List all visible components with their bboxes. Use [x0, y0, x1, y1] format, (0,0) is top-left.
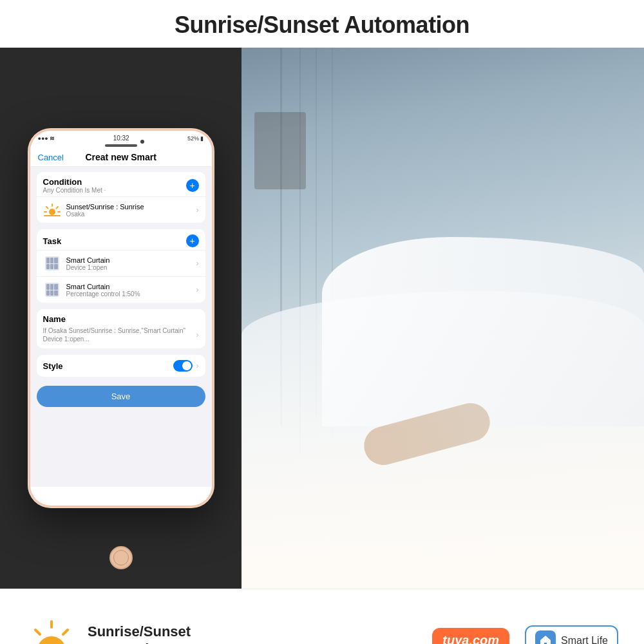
name-label: Name — [43, 314, 199, 324]
home-icon — [539, 634, 552, 645]
style-label: Style — [43, 361, 63, 371]
home-button-inner — [113, 550, 129, 565]
save-button[interactable]: Save — [37, 386, 205, 407]
right-panel — [242, 48, 644, 589]
sunrise-svg-icon — [44, 203, 61, 217]
sunrise-graphic-icon — [26, 618, 77, 645]
signal-icon: ●●● ≋ — [38, 135, 55, 142]
name-value-row[interactable]: If Osaka Sunset/Sunrise : Sunrise,"Smart… — [43, 327, 199, 343]
task-item-1[interactable]: Smart Curtain Device 1:open › — [37, 250, 205, 276]
phone-mockup: ●●● ≋ 10:32 52% ▮ Cancel Creat new Smart — [28, 128, 214, 508]
svg-point-0 — [49, 209, 55, 215]
task-item-1-text: Smart Curtain Device 1:open — [66, 256, 196, 271]
condition-subtitle: Any Condition Is Met · — [43, 187, 106, 194]
phone-screen: ●●● ≋ 10:32 52% ▮ Cancel Creat new Smart — [30, 131, 212, 506]
style-chevron: › — [196, 361, 199, 370]
svg-line-8 — [35, 630, 40, 634]
smart-life-logo: Smart Life — [525, 625, 618, 645]
footer: Sunrise/Sunset Automation tuya.com Smart… — [0, 589, 644, 644]
condition-header: Condition Any Condition Is Met · + — [37, 172, 205, 196]
task-item-2[interactable]: Smart Curtain Percentage control 1:50% › — [37, 276, 205, 303]
curtain-icon-2 — [43, 281, 61, 299]
page-header: Sunrise/Sunset Automation — [0, 0, 644, 48]
smart-life-text: Smart Life — [561, 635, 608, 645]
tuya-logo: tuya.com — [432, 628, 509, 644]
condition-label: Condition — [43, 177, 106, 187]
task-1-chevron: › — [196, 259, 199, 268]
curtain-icon-1 — [43, 254, 61, 272]
name-chevron: › — [196, 330, 199, 339]
main-content: ●●● ≋ 10:32 52% ▮ Cancel Creat new Smart — [0, 48, 644, 589]
left-panel: ●●● ≋ 10:32 52% ▮ Cancel Creat new Smart — [0, 48, 242, 589]
condition-primary: Sunset/Sunrise : Sunrise — [66, 203, 196, 211]
speaker-area — [30, 143, 212, 148]
sunrise-footer-svg — [26, 618, 77, 645]
svg-line-3 — [56, 207, 58, 209]
clock: 10:32 — [113, 135, 129, 142]
style-right: › — [173, 360, 199, 372]
battery-icon: 52% ▮ — [187, 135, 204, 142]
brand-logos: tuya.com Smart Life — [432, 625, 618, 645]
task-card: Task + — [37, 229, 205, 303]
task-2-chevron: › — [196, 285, 199, 294]
name-value: If Osaka Sunset/Sunrise : Sunrise,"Smart… — [43, 327, 196, 343]
sunrise-footer-text: Sunrise/Sunset Automation — [88, 623, 191, 644]
sunrise-logo: Sunrise/Sunset Automation — [26, 618, 191, 645]
condition-item-text: Sunset/Sunrise : Sunrise Osaka — [66, 203, 196, 218]
home-button[interactable] — [109, 546, 133, 569]
condition-item[interactable]: Sunset/Sunrise : Sunrise Osaka › — [37, 196, 205, 223]
screen-title: Creat new Smart — [85, 152, 156, 162]
task-2-primary: Smart Curtain — [66, 283, 196, 290]
add-task-button[interactable]: + — [186, 234, 199, 247]
task-header: Task + — [37, 229, 205, 250]
task-label: Task — [43, 236, 62, 246]
add-condition-button[interactable]: + — [186, 179, 199, 192]
nav-bar: Cancel Creat new Smart — [30, 148, 212, 167]
task-1-secondary: Device 1:open — [66, 264, 196, 271]
tuya-text: tuya.com — [442, 633, 499, 644]
smart-life-icon — [535, 630, 556, 645]
app-content: Condition Any Condition Is Met · + — [30, 167, 212, 487]
svg-line-2 — [46, 207, 48, 209]
task-2-secondary: Percentage control 1:50% — [66, 290, 196, 298]
style-section: Style › — [37, 355, 205, 377]
status-bar: ●●● ≋ 10:32 52% ▮ — [30, 131, 212, 143]
svg-line-9 — [63, 630, 68, 634]
task-item-2-text: Smart Curtain Percentage control 1:50% — [66, 283, 196, 298]
name-section: Name If Osaka Sunset/Sunrise : Sunrise,"… — [37, 309, 205, 348]
camera-dot — [140, 140, 144, 144]
condition-title-group: Condition Any Condition Is Met · — [43, 177, 106, 194]
condition-chevron: › — [196, 205, 199, 214]
sunrise-condition-icon — [43, 201, 61, 219]
page-title: Sunrise/Sunset Automation — [13, 12, 631, 39]
task-1-primary: Smart Curtain — [66, 256, 196, 264]
condition-card: Condition Any Condition Is Met · + — [37, 172, 205, 223]
condition-secondary: Osaka — [66, 211, 196, 218]
speaker-bar — [105, 144, 137, 147]
style-toggle[interactable] — [173, 360, 193, 372]
cancel-button[interactable]: Cancel — [38, 153, 64, 162]
